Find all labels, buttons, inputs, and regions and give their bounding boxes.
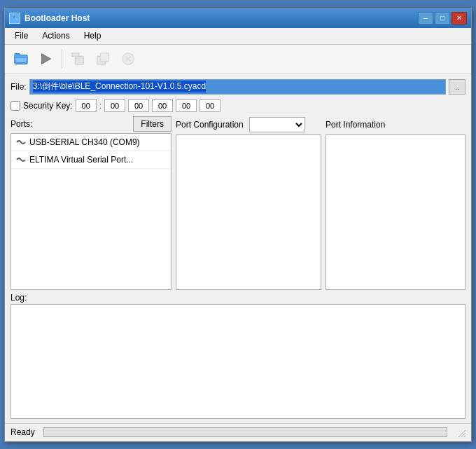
toolbar-separator-1 bbox=[62, 49, 62, 69]
app-icon: 🔧 bbox=[9, 13, 20, 24]
config-panel: Port Configuration COM1 COM2 COM9 bbox=[176, 116, 321, 290]
ports-list[interactable]: USB-SERIAL CH340 (COM9) ELTIMA Virtual S… bbox=[10, 133, 172, 290]
ports-header: Ports: Filters bbox=[10, 116, 172, 132]
copy2-icon bbox=[95, 51, 111, 67]
hex-input-0[interactable] bbox=[76, 99, 97, 112]
open-file-button[interactable] bbox=[9, 48, 33, 70]
port-item-1[interactable]: ELTIMA Virtual Serial Port... bbox=[11, 151, 171, 169]
info-panel: Port Information bbox=[326, 116, 465, 290]
ports-label: Ports: bbox=[10, 119, 32, 129]
filters-button[interactable]: Filters bbox=[133, 116, 172, 132]
title-controls: – □ ✕ bbox=[418, 12, 467, 25]
hex-input-4[interactable] bbox=[176, 99, 197, 112]
file-input[interactable] bbox=[29, 79, 446, 95]
security-checkbox[interactable] bbox=[10, 101, 20, 111]
resize-grip[interactable] bbox=[456, 427, 465, 437]
minimize-button[interactable]: – bbox=[418, 12, 433, 25]
close-button[interactable]: ✕ bbox=[451, 12, 467, 25]
run-button[interactable] bbox=[34, 48, 58, 70]
info-label: Port Information bbox=[326, 116, 465, 133]
hex-sep-0: : bbox=[99, 101, 102, 111]
config-label: Port Configuration bbox=[176, 120, 244, 130]
log-textarea[interactable] bbox=[10, 304, 465, 419]
info-content-area bbox=[326, 134, 465, 290]
ports-panel: Ports: Filters USB-SERIAL CH340 (COM9) bbox=[10, 116, 172, 290]
copy2-button[interactable] bbox=[91, 48, 115, 70]
menu-bar: File Actions Help bbox=[5, 28, 471, 45]
browse-button[interactable]: .. bbox=[449, 79, 465, 95]
hex-input-3[interactable] bbox=[152, 99, 173, 112]
port-icon-0 bbox=[15, 137, 27, 148]
file-label: File: bbox=[10, 82, 27, 92]
title-bar-left: 🔧 Bootloader Host bbox=[9, 13, 90, 24]
progress-bar bbox=[43, 427, 447, 437]
config-content-area bbox=[176, 134, 321, 290]
port-item-0[interactable]: USB-SERIAL CH340 (COM9) bbox=[11, 134, 171, 151]
virtual-port-icon bbox=[15, 154, 27, 165]
window-title: Bootloader Host bbox=[24, 13, 90, 23]
stop-button[interactable] bbox=[116, 48, 140, 70]
security-label: Security Key: bbox=[23, 101, 73, 111]
copy-icon bbox=[70, 51, 85, 67]
content-area: File: .. Security Key: : Ports: Filters bbox=[5, 74, 471, 423]
hex-input-2[interactable] bbox=[128, 99, 149, 112]
title-bar: 🔧 Bootloader Host – □ ✕ bbox=[5, 8, 471, 28]
main-panels: Ports: Filters USB-SERIAL CH340 (COM9) bbox=[10, 116, 465, 290]
menu-actions[interactable]: Actions bbox=[35, 29, 76, 42]
security-row: Security Key: : bbox=[10, 98, 465, 113]
log-section: Log: bbox=[10, 293, 465, 419]
log-label: Log: bbox=[10, 293, 465, 303]
hex-input-5[interactable] bbox=[200, 99, 220, 112]
config-header: Port Configuration COM1 COM2 COM9 bbox=[176, 116, 321, 133]
arrow-right-icon bbox=[38, 51, 54, 67]
resize-icon bbox=[458, 430, 465, 437]
folder-open-icon bbox=[13, 51, 29, 67]
menu-file[interactable]: File bbox=[8, 29, 35, 42]
maximize-button[interactable]: □ bbox=[435, 12, 450, 25]
copy1-button[interactable] bbox=[66, 48, 90, 70]
port-name-1: ELTIMA Virtual Serial Port... bbox=[29, 155, 133, 165]
menu-help[interactable]: Help bbox=[77, 29, 108, 42]
stop-icon bbox=[120, 51, 136, 67]
port-icon-1 bbox=[15, 154, 27, 165]
file-row: File: .. bbox=[10, 78, 465, 95]
hex-input-1[interactable] bbox=[104, 99, 125, 112]
main-window: 🔧 Bootloader Host – □ ✕ File Actions Hel… bbox=[4, 8, 472, 442]
port-name-0: USB-SERIAL CH340 (COM9) bbox=[29, 137, 140, 147]
svg-rect-2 bbox=[100, 53, 108, 62]
status-text: Ready bbox=[10, 427, 35, 437]
svg-rect-0 bbox=[75, 56, 83, 64]
port-config-select[interactable]: COM1 COM2 COM9 bbox=[249, 117, 305, 132]
toolbar bbox=[5, 45, 471, 74]
svg-line-8 bbox=[464, 436, 465, 437]
serial-port-icon bbox=[15, 137, 27, 148]
status-bar: Ready bbox=[5, 423, 471, 441]
